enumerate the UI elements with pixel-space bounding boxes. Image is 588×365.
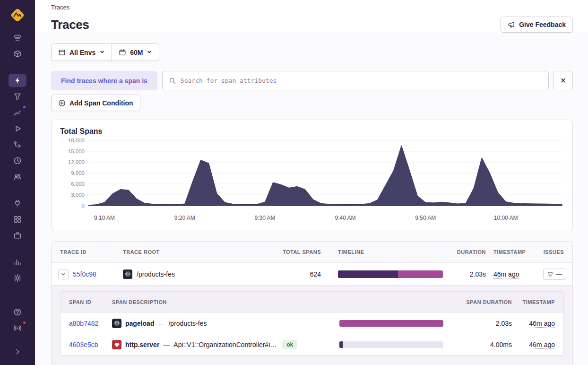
sidebar-collapse-button[interactable] (9, 345, 26, 358)
bar-chart-icon (13, 258, 22, 267)
col-timestamp: TIMESTAMP (486, 249, 543, 255)
play-icon (13, 124, 22, 133)
sidebar-nav (0, 31, 35, 359)
plus-circle-icon (58, 99, 66, 107)
span-status-badge: ok (282, 340, 297, 349)
cube-icon (13, 50, 22, 59)
col-span-description: SPAN DESCRIPTION (112, 299, 339, 305)
briefcase-icon (13, 231, 22, 240)
svg-text:12,000: 12,000 (68, 159, 85, 165)
sidebar-item-profiling[interactable] (9, 170, 26, 183)
trace-timestamp[interactable]: 46m ago (493, 270, 519, 278)
trace-issues-badge[interactable]: — (543, 269, 566, 280)
main-area: Traces Traces Give Feedback All Envs (35, 0, 588, 365)
chevron-down-icon (61, 271, 66, 277)
page-header: Traces Traces Give Feedback (35, 0, 588, 33)
total-spans-chart[interactable]: 03,0006,0009,00012,00015,00018,0009:10 A… (60, 137, 565, 225)
span-search-input[interactable] (181, 77, 542, 84)
trace-duration: 2.03s (447, 270, 486, 278)
trace-timeline-bar[interactable] (338, 270, 443, 278)
traces-table-header: TRACE ID TRACE ROOT TOTAL SPANS TIMELINE… (52, 242, 572, 263)
calendar-icon (119, 49, 126, 56)
sidebar-item-settings[interactable] (9, 271, 26, 285)
svg-text:9:40 AM: 9:40 AM (335, 215, 355, 221)
span-timeline-bar[interactable] (339, 320, 443, 327)
sidebar-item-stats[interactable] (9, 106, 26, 119)
span-id-link[interactable]: 4603e5cb (69, 341, 98, 348)
environment-selector[interactable]: All Envs (51, 43, 112, 61)
span-timeline-bar[interactable] (339, 341, 443, 348)
span-row: 4603e5cb http.server — Api::V1::Organiza… (61, 334, 563, 355)
breadcrumb[interactable]: Traces (51, 3, 573, 11)
page-filter-group: All Envs 60M (51, 43, 159, 61)
svg-text:6,000: 6,000 (71, 181, 85, 187)
atom-platform-icon (112, 319, 121, 328)
span-id-link[interactable]: a80b7482 (69, 320, 98, 327)
col-span-timestamp: TIMESTAMP (512, 299, 563, 305)
sidebar-item-dashboards[interactable] (9, 213, 26, 226)
give-feedback-button[interactable]: Give Feedback (501, 17, 573, 33)
span-op: pageload (125, 320, 154, 327)
broadcast-icon (13, 324, 22, 333)
sidebar-item-deploys[interactable] (9, 138, 26, 151)
notification-dot-blue (22, 105, 26, 109)
sidebar-item-replays[interactable] (9, 122, 26, 135)
gear-icon (13, 274, 22, 283)
trace-expanded-region: SPAN ID SPAN DESCRIPTION SPAN DURATION T… (52, 285, 572, 365)
col-duration: DURATION (447, 249, 486, 255)
sidebar-item-traces[interactable] (9, 74, 26, 87)
span-timestamp[interactable]: 46m ago (529, 320, 555, 327)
col-span-id: SPAN ID (61, 299, 112, 305)
org-logo-icon (8, 6, 27, 25)
span-search-box[interactable] (162, 71, 549, 90)
add-span-condition-button[interactable]: Add Span Condition (51, 95, 140, 111)
plug-icon (13, 199, 22, 208)
col-span-duration: SPAN DURATION (448, 299, 512, 305)
trace-id-link[interactable]: 55f0c98 (73, 270, 96, 278)
sidebar-item-help[interactable] (9, 305, 26, 319)
org-logo[interactable] (8, 6, 27, 25)
svg-text:3,000: 3,000 (71, 192, 85, 198)
app-root: Traces Traces Give Feedback All Envs (0, 0, 588, 365)
expand-trace-button[interactable] (58, 269, 69, 279)
svg-text:9,000: 9,000 (71, 170, 85, 176)
sidebar-item-crons[interactable] (9, 154, 26, 167)
svg-text:15,000: 15,000 (68, 148, 85, 154)
col-trace-root: TRACE ROOT (123, 249, 279, 255)
svg-text:18,000: 18,000 (68, 138, 85, 143)
sidebar-item-projects[interactable] (9, 47, 26, 61)
line-chart-icon (13, 108, 22, 117)
trace-total-spans: 624 (279, 270, 321, 278)
notification-dot-red (22, 321, 26, 325)
span-description: /products-fes (168, 320, 207, 327)
sidebar-item-archive[interactable] (9, 229, 26, 242)
clear-search-button[interactable]: ✕ (553, 71, 573, 90)
svg-text:9:20 AM: 9:20 AM (174, 215, 195, 221)
close-icon: ✕ (560, 76, 566, 85)
svg-text:9:50 AM: 9:50 AM (415, 215, 436, 221)
span-description: Api::V1::OrganizationController#i… (173, 341, 277, 348)
time-range-selector[interactable]: 60M (112, 43, 159, 61)
span-table-header: SPAN ID SPAN DESCRIPTION SPAN DURATION T… (61, 292, 563, 313)
sidebar-item-releases[interactable] (9, 90, 26, 103)
svg-text:0: 0 (82, 203, 85, 209)
sidebar-item-issues[interactable] (9, 31, 26, 44)
window-icon (58, 49, 66, 56)
span-op: http.server (125, 341, 159, 348)
ruby-platform-icon (112, 340, 121, 349)
svg-text:10:00 AM: 10:00 AM (494, 215, 518, 221)
separator: — (163, 341, 170, 348)
trace-row: 55f0c98 /products-fes 624 2.03s 46m ago (52, 263, 572, 285)
sidebar-item-whats-new[interactable] (9, 322, 26, 335)
sidebar-item-integrations[interactable] (9, 197, 26, 210)
issues-mini-icon (547, 271, 553, 277)
svg-text:9:10 AM: 9:10 AM (94, 215, 115, 221)
span-duration: 4.00ms (448, 341, 512, 348)
span-duration: 2.03s (448, 320, 512, 327)
help-icon (13, 308, 22, 317)
megaphone-icon (508, 21, 515, 28)
sidebar-item-usage-stats[interactable] (9, 255, 26, 269)
span-timestamp[interactable]: 46m ago (529, 341, 555, 348)
chevron-down-icon (99, 49, 105, 56)
total-spans-panel: Total Spans 03,0006,0009,00012,00015,000… (51, 120, 573, 231)
